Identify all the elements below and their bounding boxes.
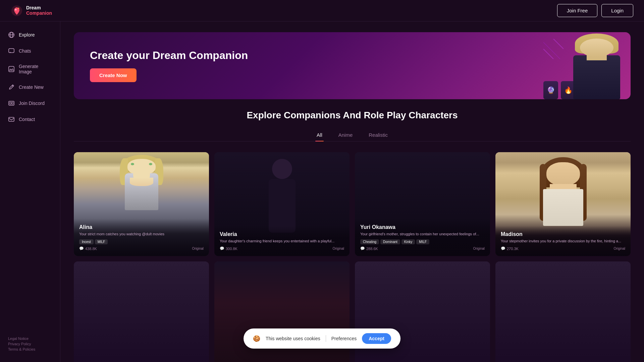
join-free-button[interactable]: Join Free [557, 4, 598, 17]
sidebar-contact-label: Contact [19, 117, 35, 122]
card-image-p1 [74, 261, 209, 362]
hero-title: Create your Dream Companion [90, 49, 248, 62]
preferences-button[interactable]: Preferences [331, 336, 357, 341]
characters-grid: Alina Your strict mom catches you watchi… [74, 152, 631, 256]
character-card-valeria[interactable]: Valeria Your daughter's charming friend … [214, 152, 350, 256]
sidebar-item-create-new[interactable]: Create New [0, 79, 60, 95]
sidebar-generate-label: Generate Image [19, 64, 52, 74]
sidebar-chats-label: Chats [19, 48, 31, 54]
cookie-icon: 🍪 [253, 335, 260, 342]
privacy-policy-link[interactable]: Privacy Policy [8, 342, 31, 346]
character-card-placeholder-4[interactable] [495, 261, 631, 362]
tag-cheating: Cheating [360, 239, 379, 244]
logo-icon [11, 5, 23, 17]
logo-text: Dream Companion [26, 5, 52, 16]
card-desc-valeria: Your daughter's charming friend keeps yo… [220, 239, 344, 244]
globe-icon [8, 32, 15, 38]
card-stats-yuri: 💬 288.6K [360, 246, 378, 251]
sidebar-explore-label: Explore [19, 32, 35, 38]
card-desc-alina: Your strict mom catches you watching @du… [79, 232, 204, 237]
card-stats-madison: 💬 270.3K [501, 246, 519, 251]
image-gen-icon [8, 66, 15, 72]
logo[interactable]: Dream Companion [11, 5, 52, 17]
tag-dominant: Dominant [380, 239, 400, 244]
card-overlay-madison: Madison Your stepmother invites you for … [495, 226, 631, 256]
sidebar-item-generate-image[interactable]: Generate Image [0, 59, 60, 79]
hero-content: Create your Dream Companion Create Now [74, 49, 264, 82]
character-card-madison[interactable]: Madison Your stepmother invites you for … [495, 152, 631, 256]
card-badge-valeria: Original [333, 247, 344, 250]
hero-banner: Create your Dream Companion Create Now 🔮… [74, 32, 631, 99]
character-card-yuri[interactable]: Yuri Okanawa Your girlfriend's mother, s… [355, 152, 490, 256]
sidebar-item-chats[interactable]: Chats [0, 43, 60, 59]
chat-icon-valeria: 💬 [220, 246, 224, 251]
contact-icon [8, 116, 15, 123]
sidebar-footer: Legal Notice Privacy Policy Terms & Poli… [0, 331, 60, 357]
card-image-p4 [495, 261, 631, 362]
card-tags-alina: Incest MILF [79, 239, 204, 244]
card-overlay-valeria: Valeria Your daughter's charming friend … [214, 226, 350, 256]
svg-line-12 [553, 39, 564, 49]
svg-line-14 [543, 42, 560, 59]
card-footer-madison: 💬 270.3K Original [501, 246, 625, 251]
card-stats-alina: 💬 438.8K [79, 246, 97, 251]
legal-notice-link[interactable]: Legal Notice [8, 337, 29, 341]
cookie-text: This website uses cookies [266, 336, 320, 341]
tab-realistic[interactable]: Realistic [367, 129, 389, 141]
create-now-button[interactable]: Create Now [90, 68, 137, 82]
tag-kinky: Kinky [401, 239, 415, 244]
main-layout: Explore Chats Generate Image [0, 21, 644, 362]
hero-image: 🔮 🔥 [537, 32, 631, 99]
card-badge-madison: Original [614, 247, 625, 250]
chat-icon-yuri: 💬 [360, 246, 365, 251]
sidebar-item-explore[interactable]: Explore [0, 27, 60, 43]
hero-prop-1: 🔮 [543, 81, 558, 99]
sidebar-item-contact[interactable]: Contact [0, 111, 60, 127]
card-footer-alina: 💬 438.8K Original [79, 246, 204, 251]
chat-icon-madison: 💬 [501, 246, 505, 251]
header-buttons: Join Free Login [557, 4, 633, 17]
tab-all[interactable]: All [315, 129, 324, 141]
discord-icon [8, 100, 15, 107]
tab-anime[interactable]: Anime [337, 129, 354, 141]
logo-companion: Companion [26, 11, 52, 16]
svg-rect-6 [9, 66, 14, 72]
login-button[interactable]: Login [601, 4, 633, 17]
svg-rect-10 [12, 102, 13, 104]
logo-dream: Dream [26, 5, 52, 10]
card-desc-madison: Your stepmother invites you for a privat… [501, 239, 625, 244]
card-desc-yuri: Your girlfriend's mother, struggles to c… [360, 232, 485, 237]
hero-character [568, 34, 625, 99]
cookie-banner: 🍪 This website uses cookies Preferences … [244, 328, 400, 349]
svg-point-1 [15, 9, 16, 10]
main-content: Create your Dream Companion Create Now 🔮… [60, 21, 644, 362]
tag-milf: MILF [95, 239, 108, 244]
card-footer-valeria: 💬 300.8K Original [220, 246, 344, 251]
explore-title: Explore Companions And Role Play Charact… [74, 110, 631, 121]
explore-tabs: All Anime Realistic [74, 129, 631, 141]
card-stats-valeria: 💬 300.8K [220, 246, 237, 251]
create-icon [8, 84, 15, 90]
card-badge-yuri: Original [473, 247, 485, 250]
sidebar-discord-label: Join Discord [19, 101, 45, 106]
card-tags-yuri: Cheating Dominant Kinky MILF [360, 239, 485, 244]
character-card-placeholder-1[interactable] [74, 261, 209, 362]
sidebar-item-join-discord[interactable]: Join Discord [0, 95, 60, 111]
card-overlay-alina: Alina Your strict mom catches you watchi… [74, 219, 209, 256]
card-name-valeria: Valeria [220, 231, 344, 237]
card-name-madison: Madison [501, 231, 625, 237]
chat-count-icon: 💬 [79, 246, 84, 251]
card-name-yuri: Yuri Okanawa [360, 224, 485, 230]
valeria-figure [265, 159, 299, 233]
terms-policies-link[interactable]: Terms & Policies [8, 347, 35, 351]
alina-figure [121, 155, 162, 208]
explore-section: Explore Companions And Role Play Charact… [60, 99, 644, 362]
accept-button[interactable]: Accept [362, 333, 391, 344]
svg-line-7 [12, 85, 13, 86]
madison-figure [541, 157, 585, 224]
cookie-separator [326, 335, 326, 342]
svg-rect-11 [9, 117, 14, 121]
header: Dream Companion Join Free Login [0, 0, 644, 21]
svg-rect-5 [9, 49, 14, 53]
character-card-alina[interactable]: Alina Your strict mom catches you watchi… [74, 152, 209, 256]
